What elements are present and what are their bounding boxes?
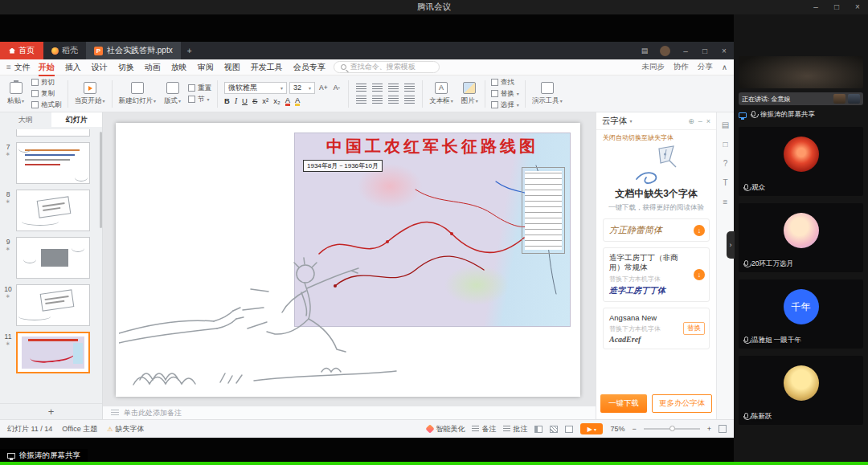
screen-share-row[interactable]: 徐振涛的屏幕共享 — [739, 110, 863, 120]
slide-canvas[interactable]: 中国工农红军长征路线图 1934年8月－1936年10月 — [103, 112, 596, 406]
strikethrough-button[interactable]: S — [252, 96, 257, 105]
comments-button[interactable]: 批注 — [503, 424, 527, 434]
wps-maximize-button[interactable]: □ — [695, 47, 714, 55]
ribbon-collapse-icon[interactable]: ∧ — [722, 63, 727, 71]
slide-thumbnail-partial[interactable] — [16, 129, 90, 137]
align-right-icon[interactable] — [388, 84, 399, 92]
mini-video-thumb[interactable] — [833, 94, 845, 104]
menu-tab-slideshow[interactable]: 放映 — [171, 62, 187, 73]
increase-font-button[interactable]: A+ — [317, 84, 330, 92]
properties-icon[interactable]: ▤ — [722, 120, 729, 129]
more-fonts-button[interactable]: 更多办公字体 — [652, 394, 712, 413]
theme-name[interactable]: Office 主题 — [62, 424, 97, 434]
numbering-icon[interactable] — [372, 96, 383, 104]
participant-tile[interactable]: 陈新跃 — [739, 356, 863, 425]
bullets-icon[interactable] — [356, 96, 366, 104]
wps-minimize-button[interactable]: – — [676, 47, 695, 55]
account-avatar[interactable] — [660, 46, 670, 56]
new-slide-button[interactable]: 新建幻灯片▾ — [115, 82, 161, 106]
replace-font-button[interactable]: 替换 — [683, 322, 705, 335]
play-from-current-button[interactable]: 当页开始▾ — [71, 82, 109, 106]
wps-close-button[interactable]: × — [714, 47, 734, 55]
text-tool-icon[interactable]: T — [723, 178, 727, 187]
layout-button[interactable]: 版式▾ — [160, 82, 185, 106]
align-left-icon[interactable] — [356, 84, 366, 92]
tab-outline[interactable]: 大纲 — [0, 112, 51, 127]
zoom-in-button[interactable]: + — [707, 425, 711, 433]
reading-view-button[interactable] — [565, 426, 573, 433]
italic-button[interactable]: I — [235, 97, 237, 105]
notes-button[interactable]: 备注 — [472, 424, 496, 434]
zoom-out-button[interactable]: − — [632, 425, 636, 433]
zoom-slider-thumb[interactable] — [669, 426, 675, 431]
section-button[interactable]: 节▾ — [188, 95, 211, 104]
command-search-input[interactable]: 查找命令、搜索模板 — [334, 61, 440, 73]
tab-document[interactable]: P 社会实践答辩.pptx — [86, 42, 181, 59]
font-color-button[interactable]: A — [285, 96, 290, 106]
paste-button[interactable]: 粘贴▾ — [3, 82, 28, 106]
slide-sorter-view-button[interactable] — [550, 426, 558, 433]
pin-icon[interactable]: ⊕ — [688, 117, 694, 125]
menu-tab-review[interactable]: 审阅 — [198, 62, 214, 73]
slide-panel-scrollbar[interactable] — [100, 132, 102, 228]
tab-docer[interactable]: 稻壳 — [43, 42, 86, 59]
tab-slides[interactable]: 幻灯片 — [51, 112, 103, 127]
subscript-button[interactable]: x₂ — [273, 96, 280, 105]
align-center-icon[interactable] — [372, 84, 383, 92]
missing-fonts-status[interactable]: ⚠ 缺失字体 — [107, 424, 144, 434]
menu-file[interactable]: ≡ 文件 — [6, 62, 31, 73]
slideshow-button[interactable]: ▶▾ — [580, 423, 603, 434]
copy-button[interactable]: 复制 — [31, 89, 62, 99]
fit-window-button[interactable] — [719, 425, 727, 433]
chevron-down-icon[interactable]: ▾ — [630, 118, 633, 124]
justify-icon[interactable] — [404, 84, 415, 92]
decrease-font-button[interactable]: A- — [332, 84, 342, 92]
reset-button[interactable]: 重置 — [188, 84, 211, 93]
auto-switch-link[interactable]: 关闭自动切换至缺失字体 — [596, 130, 716, 142]
speaker-video-tile[interactable] — [739, 56, 863, 88]
format-painter-button[interactable]: 格式刷 — [31, 100, 62, 110]
collab-button[interactable]: 协作 — [674, 62, 689, 72]
menu-tab-design[interactable]: 设计 — [92, 62, 108, 73]
menu-tab-devtools[interactable]: 开发工具 — [251, 62, 283, 73]
help-icon[interactable]: ? — [723, 159, 728, 168]
font-name-select[interactable]: 微软雅黑▾ — [224, 82, 287, 94]
menu-tab-member[interactable]: 会员专享 — [293, 62, 326, 73]
minimize-button[interactable]: – — [805, 0, 826, 14]
current-slide[interactable]: 中国工农红军长征路线图 1934年8月－1936年10月 — [116, 123, 580, 397]
menu-tab-insert[interactable]: 插入 — [65, 62, 81, 73]
menu-icon[interactable]: ≡ — [723, 198, 728, 206]
normal-view-button[interactable] — [534, 426, 542, 433]
download-all-button[interactable]: 一键下载 — [600, 394, 647, 413]
shape-icon[interactable]: □ — [723, 140, 727, 149]
font-card[interactable]: 造字工房丁丁（非商用）常规体 替换下方本机字体 造字工房丁丁体 ↓ — [603, 247, 710, 302]
mini-video-thumb[interactable] — [848, 94, 860, 104]
sidebar-collapse-handle[interactable]: › — [727, 231, 735, 259]
new-tab-button[interactable]: + — [181, 42, 199, 59]
slide-thumbnail-9[interactable] — [16, 237, 90, 279]
underline-button[interactable]: U — [242, 96, 248, 105]
beautify-button[interactable]: 智能美化 — [427, 424, 465, 434]
panel-close-icon[interactable]: × — [706, 117, 710, 125]
bold-button[interactable]: B — [224, 96, 230, 105]
slide-thumbnail-8[interactable] — [16, 190, 90, 231]
participant-tile[interactable]: 20环工万选月 — [739, 203, 863, 272]
indent-icon[interactable] — [388, 96, 399, 104]
replace-button[interactable]: 替换▾ — [491, 89, 519, 99]
highlight-color-button[interactable]: A — [295, 96, 300, 106]
zoom-slider[interactable] — [644, 428, 700, 430]
select-button[interactable]: 选择▾ — [491, 100, 519, 110]
menu-tab-transition[interactable]: 切换 — [118, 62, 134, 73]
menu-tab-start[interactable]: 开始 — [39, 62, 55, 73]
add-slide-button[interactable]: + — [0, 403, 102, 419]
slide-thumbnail-7[interactable] — [16, 142, 90, 184]
find-button[interactable]: 查找 — [491, 78, 519, 88]
menu-tab-animation[interactable]: 动画 — [145, 62, 161, 73]
panel-minimize-icon[interactable]: – — [698, 117, 702, 125]
maximize-button[interactable]: □ — [826, 0, 847, 14]
present-tools-button[interactable]: 演示工具▾ — [528, 82, 567, 106]
sync-status[interactable]: 未同步 — [642, 62, 665, 72]
font-card[interactable]: 方正静蕾简体 ↓ — [603, 218, 710, 242]
font-card[interactable]: Angsana New 替换下方本机字体 AcadEref 替换 — [603, 308, 710, 349]
tab-home[interactable]: 首页 — [0, 42, 43, 59]
